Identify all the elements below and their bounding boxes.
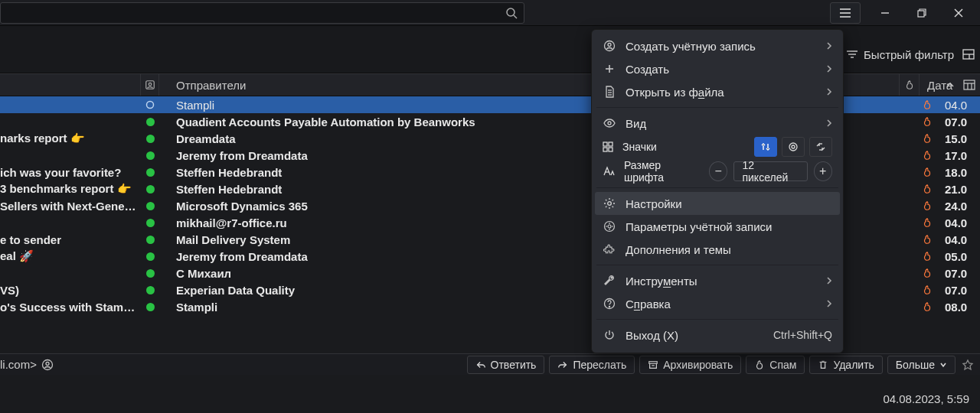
junk-indicator-icon[interactable] (917, 167, 937, 177)
menu-settings-label: Настройки (626, 197, 832, 210)
chevron-right-icon (826, 119, 832, 128)
menu-help[interactable]: Справка (595, 292, 840, 315)
junk-indicator-icon[interactable] (917, 251, 937, 262)
unread-indicator-icon[interactable] (141, 303, 159, 311)
menu-view-label: Вид (626, 117, 817, 130)
column-picker-icon[interactable] (963, 80, 975, 90)
search-bar[interactable] (0, 2, 524, 24)
menu-settings[interactable]: Настройки (595, 192, 840, 215)
delete-button[interactable]: Удалить (809, 356, 882, 374)
unread-indicator-icon[interactable] (141, 168, 159, 177)
archive-button[interactable]: Архивировать (639, 356, 741, 374)
grid-icon (603, 141, 613, 152)
message-date: 18.0 (937, 166, 980, 179)
font-size-value: 12 пикселей (733, 161, 807, 181)
delete-label: Удалить (833, 359, 874, 371)
menu-tools[interactable]: Инструменты (595, 269, 840, 292)
junk-indicator-icon[interactable] (917, 268, 937, 278)
message-date: 04.0 (937, 216, 980, 229)
svg-rect-37 (603, 142, 607, 146)
unread-indicator-icon[interactable] (141, 185, 159, 193)
junk-indicator-icon[interactable] (917, 133, 937, 144)
font-increase-button[interactable]: + (814, 161, 832, 181)
star-button[interactable] (960, 359, 975, 371)
message-date: 07.0 (937, 284, 980, 297)
junk-indicator-icon[interactable] (917, 200, 937, 211)
menu-exit[interactable]: Выход (X) Ctrl+Shift+Q (595, 324, 840, 346)
quick-filter-label: Быстрый фильтр (864, 48, 954, 61)
menu-create[interactable]: Создать (595, 57, 840, 80)
unread-indicator-icon[interactable] (141, 219, 159, 227)
menu-account-params[interactable]: Параметры учётной записи (595, 215, 840, 238)
message-subject: eal 🚀 (0, 249, 141, 263)
density-relaxed-button[interactable] (809, 137, 832, 157)
unread-indicator-icon[interactable] (141, 269, 159, 278)
svg-rect-38 (609, 142, 612, 146)
svg-point-23 (46, 362, 49, 365)
window-minimize-button[interactable] (867, 0, 903, 26)
spam-label: Спам (769, 359, 796, 371)
contact-column-icon[interactable] (141, 74, 159, 96)
menu-density-row: Значки (595, 135, 840, 159)
svg-rect-6 (918, 11, 924, 17)
unread-indicator-icon[interactable] (141, 118, 159, 126)
svg-point-44 (792, 145, 795, 148)
svg-point-16 (149, 83, 152, 86)
more-label: Больше (896, 359, 935, 371)
junk-indicator-icon[interactable] (917, 184, 937, 194)
menu-view[interactable]: Вид (595, 112, 840, 135)
junk-indicator-icon[interactable] (917, 301, 937, 312)
more-button[interactable]: Больше (887, 356, 956, 374)
unread-indicator-icon[interactable] (141, 151, 159, 160)
junk-indicator-icon[interactable] (917, 150, 937, 161)
app-menu-button[interactable] (830, 2, 861, 24)
unread-indicator-icon[interactable] (141, 202, 159, 210)
menu-font-size-label: Размер шрифта (624, 159, 700, 184)
quick-filter-button[interactable]: Быстрый фильтр (845, 47, 954, 61)
message-subject: Sellers with Next-Genera... (0, 200, 141, 213)
menu-exit-label: Выход (X) (626, 329, 764, 342)
menu-create-account[interactable]: Создать учётную запись (595, 34, 840, 57)
wrench-icon (603, 275, 616, 287)
svg-point-43 (789, 143, 797, 151)
app-menu: Создать учётную запись Создать Открыть и… (591, 29, 844, 353)
junk-indicator-icon[interactable] (917, 99, 937, 110)
message-date: 05.0 (937, 250, 980, 263)
unread-indicator-icon[interactable] (141, 135, 159, 143)
junk-indicator-icon[interactable] (917, 217, 937, 228)
plus-icon (603, 63, 616, 74)
sort-ascending-icon[interactable] (945, 80, 956, 90)
read-indicator-icon[interactable] (141, 100, 159, 109)
forward-button[interactable]: Переслать (549, 356, 635, 374)
svg-point-30 (608, 44, 611, 47)
reply-icon (475, 359, 486, 370)
account-gear-icon (603, 220, 616, 233)
unread-indicator-icon[interactable] (141, 236, 159, 244)
contact-icon[interactable] (41, 359, 54, 371)
layout-toggle-icon[interactable] (962, 47, 975, 61)
trash-icon (818, 359, 828, 370)
reply-button[interactable]: Ответить (467, 356, 545, 374)
menu-open-from-file[interactable]: Открыть из файла (595, 80, 840, 103)
svg-point-48 (608, 202, 612, 206)
message-subject: 3 benchmarks report 👉 (0, 182, 141, 196)
density-compact-button[interactable] (754, 137, 777, 157)
menu-exit-shortcut: Ctrl+Shift+Q (773, 329, 832, 341)
help-icon (603, 298, 616, 310)
column-junk-icon[interactable] (899, 74, 919, 96)
junk-indicator-icon[interactable] (917, 234, 937, 245)
unread-indicator-icon[interactable] (141, 252, 159, 261)
density-normal-button[interactable] (782, 137, 805, 157)
forward-icon (557, 359, 568, 370)
chevron-right-icon (826, 64, 832, 73)
archive-label: Архивировать (663, 359, 733, 371)
font-decrease-button[interactable]: − (709, 161, 727, 181)
window-close-button[interactable] (940, 0, 977, 26)
window-maximize-button[interactable] (903, 0, 940, 26)
menu-addons-themes[interactable]: Дополнения и темы (595, 238, 840, 261)
junk-indicator-icon[interactable] (917, 116, 937, 127)
unread-indicator-icon[interactable] (141, 286, 159, 294)
message-subject: e to sender (0, 233, 141, 246)
junk-indicator-icon[interactable] (917, 285, 937, 295)
spam-button[interactable]: Спам (746, 356, 805, 374)
